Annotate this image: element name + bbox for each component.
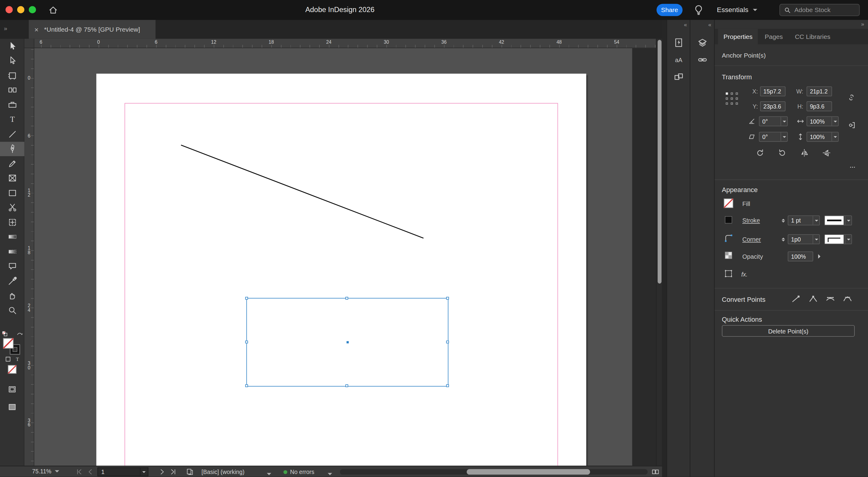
formatting-container-icon[interactable]	[4, 356, 12, 363]
frame-center-point[interactable]	[346, 341, 348, 343]
collapse-panel-chevrons[interactable]: »	[715, 20, 868, 29]
chevron-down-icon[interactable]	[781, 117, 787, 126]
symmetrical-point-icon[interactable]	[843, 293, 852, 303]
selected-frame[interactable]	[246, 298, 448, 387]
y-position-field[interactable]: 23p3.6	[760, 101, 785, 111]
gradient-swatch-tool[interactable]	[0, 230, 24, 244]
corner-point-icon[interactable]	[808, 293, 818, 303]
first-page-button[interactable]	[75, 468, 83, 476]
type-styles-icon[interactable]: aA	[673, 55, 683, 65]
height-field[interactable]: 9p3.6	[807, 101, 832, 111]
formatting-text-icon[interactable]: T	[14, 356, 21, 363]
chevron-down-icon[interactable]	[832, 132, 838, 141]
gradient-feather-tool[interactable]	[0, 244, 24, 259]
chevron-down-icon[interactable]	[845, 235, 851, 244]
zoom-level-control[interactable]: 75.11%	[32, 468, 59, 475]
quick-export-icon[interactable]	[673, 38, 683, 48]
opacity-field[interactable]: 100%	[788, 251, 813, 261]
scissors-tool[interactable]	[0, 200, 24, 215]
horizontal-scrollbar-thumb[interactable]	[467, 469, 590, 475]
document-tab[interactable]: × *Untitled-4 @ 75% [GPU Preview]	[29, 20, 156, 38]
constrain-dimensions-icon[interactable]	[847, 93, 856, 102]
delete-points-button[interactable]: Delete Point(s)	[722, 325, 855, 337]
selection-handle[interactable]	[345, 384, 348, 387]
corner-radius-stepper[interactable]	[780, 234, 786, 244]
home-icon[interactable]	[48, 5, 58, 15]
vertical-scrollbar-thumb[interactable]	[658, 40, 661, 284]
preflight-status[interactable]: No errors	[290, 469, 314, 475]
drawn-line-path[interactable]	[34, 48, 656, 466]
hand-tool[interactable]	[0, 288, 24, 303]
collapse-dock-chevrons[interactable]: «	[690, 20, 714, 30]
line-tool[interactable]	[0, 127, 24, 142]
apply-none-button[interactable]	[7, 364, 17, 375]
horizontal-scrollbar[interactable]	[340, 469, 648, 475]
tab-cc-libraries[interactable]: CC Libraries	[789, 29, 836, 44]
selection-handle[interactable]	[446, 340, 448, 343]
zoom-tool[interactable]	[0, 303, 24, 318]
stroke-type-combo[interactable]	[824, 215, 852, 225]
expand-dock-chevrons[interactable]: »	[4, 25, 7, 32]
pencil-tool[interactable]	[0, 156, 24, 171]
selection-handle[interactable]	[245, 297, 248, 299]
swap-fill-stroke-icon[interactable]	[16, 331, 23, 338]
vertical-scrollbar[interactable]	[656, 39, 662, 466]
screen-mode-icon[interactable]	[8, 385, 17, 394]
shear-combo[interactable]: 0°	[759, 132, 788, 142]
scale-x-combo[interactable]: 100%	[807, 116, 839, 126]
rectangle-tool[interactable]	[0, 185, 24, 200]
collapse-dock-chevrons[interactable]: «	[667, 20, 689, 30]
note-tool[interactable]	[0, 259, 24, 274]
close-tab-icon[interactable]: ×	[34, 25, 38, 34]
page-grabber-icon[interactable]	[186, 468, 194, 476]
more-options-icon[interactable]	[846, 164, 858, 171]
horizontal-ruler[interactable]: 6061218243036424854	[34, 39, 656, 48]
adobe-stock-search[interactable]: Adobe Stock	[779, 4, 860, 16]
flip-vertical-icon[interactable]	[822, 148, 831, 157]
page-tool[interactable]	[0, 68, 24, 83]
default-fill-stroke-icon[interactable]	[2, 331, 8, 337]
chevron-down-icon[interactable]	[812, 216, 819, 225]
content-collector-tool[interactable]	[0, 97, 24, 112]
previous-page-button[interactable]	[87, 468, 94, 476]
page-number-field[interactable]: 1	[97, 467, 141, 476]
chevron-down-icon[interactable]	[832, 117, 838, 126]
smooth-point-icon[interactable]	[826, 293, 835, 303]
corner-label[interactable]: Corner	[742, 236, 761, 242]
rectangle-frame-tool[interactable]	[0, 171, 24, 186]
lightbulb-icon[interactable]	[693, 4, 704, 16]
width-field[interactable]: 21p1.2	[807, 87, 832, 96]
opacity-expand-icon[interactable]	[815, 251, 824, 261]
close-window-button[interactable]	[5, 6, 13, 13]
corner-shape-combo[interactable]	[824, 234, 852, 244]
type-tool[interactable]: T	[0, 112, 24, 127]
chevron-down-icon[interactable]	[781, 132, 787, 141]
selection-handle[interactable]	[345, 297, 348, 299]
line-end-point-icon[interactable]	[791, 293, 801, 303]
links-panel-icon[interactable]	[673, 72, 683, 82]
pen-tool[interactable]	[0, 141, 24, 156]
reference-point-grid[interactable]	[724, 91, 739, 106]
flip-horizontal-icon[interactable]	[800, 148, 809, 157]
fill-swatch[interactable]	[3, 338, 14, 349]
free-transform-tool[interactable]	[0, 215, 24, 230]
selection-handle[interactable]	[446, 297, 448, 299]
selection-tool[interactable]	[0, 39, 24, 54]
share-button[interactable]: Share	[656, 4, 682, 16]
selection-handle[interactable]	[245, 384, 248, 387]
stroke-weight-stepper[interactable]	[780, 215, 786, 225]
eyedropper-tool[interactable]	[0, 273, 24, 288]
stroke-color-swatch[interactable]	[724, 216, 733, 224]
rotate-cw-icon[interactable]	[755, 148, 764, 157]
preflight-profile[interactable]: [Basic] (working)	[202, 469, 245, 475]
selection-handle[interactable]	[446, 384, 448, 387]
spread-view-icon[interactable]	[652, 468, 659, 476]
layers-panel-icon[interactable]	[697, 38, 707, 48]
tab-properties[interactable]: Properties	[718, 29, 758, 44]
next-page-button[interactable]	[158, 468, 166, 476]
workspace-switcher[interactable]: Essentials	[717, 0, 757, 20]
chevron-down-icon[interactable]	[845, 216, 851, 225]
stroke-label[interactable]: Stroke	[742, 217, 760, 224]
tab-pages[interactable]: Pages	[759, 29, 788, 44]
ruler-origin-box[interactable]	[24, 39, 34, 48]
